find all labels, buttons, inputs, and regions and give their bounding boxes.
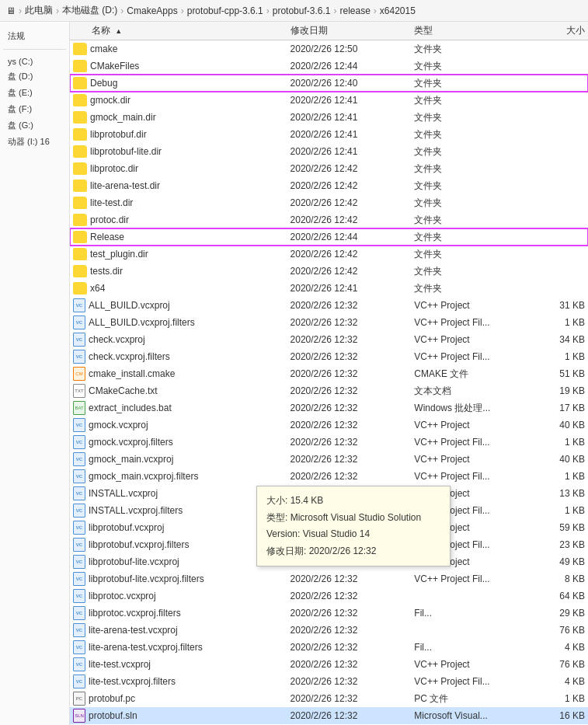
- file-name: lite-arena-test.vcxproj.filters: [89, 642, 203, 653]
- sidebar-drive-4[interactable]: 盘 (G:): [3, 117, 66, 134]
- table-row[interactable]: VClibprotoc.vcxproj2020/2/26 12:3264 KB: [70, 587, 588, 605]
- cell-type: 文件夹: [414, 180, 523, 193]
- cell-size: 16 KB: [523, 710, 585, 721]
- table-row[interactable]: CMakeFiles2020/2/26 12:44文件夹: [70, 58, 588, 75]
- table-row[interactable]: x642020/2/26 12:41文件夹: [70, 280, 588, 297]
- sidebar-drive-1[interactable]: 盘 (D:): [3, 68, 66, 85]
- file-name: gmock.vcxproj.filters: [89, 437, 173, 448]
- breadcrumb-item-5[interactable]: release: [339, 5, 370, 16]
- table-row[interactable]: lite-test.dir2020/2/26 12:42文件夹: [70, 194, 588, 211]
- table-row[interactable]: VCALL_BUILD.vcxproj.filters2020/2/26 12:…: [70, 314, 588, 331]
- cell-type: CMAKE 文件: [414, 368, 523, 381]
- sidebar-drive-5[interactable]: 动器 (I:) 16: [3, 134, 66, 150]
- sidebar-drive-2[interactable]: 盘 (E:): [3, 85, 66, 101]
- cell-name: cmake: [73, 43, 291, 55]
- breadcrumb-item-0[interactable]: 此电脑: [25, 4, 53, 17]
- vcxproj-file-icon: VC: [73, 674, 85, 688]
- table-row[interactable]: VCgmock.vcxproj.filters2020/2/26 12:32VC…: [70, 434, 588, 451]
- cell-name: VCgmock_main.vcxproj: [73, 452, 291, 466]
- table-row[interactable]: gmock.dir2020/2/26 12:41文件夹: [70, 92, 588, 109]
- file-name: libprotobuf.vcxproj: [89, 522, 164, 533]
- cell-date: 2020/2/26 12:32: [291, 625, 415, 636]
- cell-date: 2020/2/26 12:42: [291, 266, 415, 277]
- cell-size: 31 KB: [523, 300, 585, 311]
- table-row[interactable]: lite-arena-test.dir2020/2/26 12:42文件夹: [70, 177, 588, 194]
- file-name: check.vcxproj.filters: [89, 351, 170, 362]
- vcxproj-file-icon: VC: [73, 435, 85, 449]
- table-row[interactable]: gmock_main.dir2020/2/26 12:41文件夹: [70, 109, 588, 126]
- cell-type: 文本文档: [414, 385, 523, 398]
- folder-icon: [73, 214, 87, 226]
- folder-icon: [73, 265, 87, 277]
- sidebar-item-fagui[interactable]: 法规: [3, 28, 66, 44]
- col-header-date[interactable]: 修改日期: [291, 24, 415, 37]
- cell-date: 2020/2/26 12:32: [291, 573, 415, 584]
- sidebar-drive-3[interactable]: 盘 (F:): [3, 101, 66, 117]
- cell-size: 49 KB: [523, 556, 585, 567]
- table-row[interactable]: Release2020/2/26 12:44文件夹: [70, 228, 588, 246]
- cell-date: 2020/2/26 12:32: [291, 351, 415, 362]
- table-row[interactable]: VClite-test.vcxproj.filters2020/2/26 12:…: [70, 673, 588, 690]
- breadcrumb-item-3[interactable]: protobuf-cpp-3.6.1: [187, 5, 263, 16]
- table-row[interactable]: libprotoc.dir2020/2/26 12:42文件夹: [70, 160, 588, 177]
- sidebar-drive-0[interactable]: ys (C:): [3, 54, 66, 68]
- table-row[interactable]: VClite-arena-test.vcxproj2020/2/26 12:32…: [70, 622, 588, 639]
- vcxproj-file-icon: VC: [73, 298, 85, 312]
- vcxproj-file-icon: VC: [73, 538, 85, 552]
- column-header: 名称 ▲ 修改日期 类型 大小: [70, 22, 588, 40]
- breadcrumb-item-1[interactable]: 本地磁盘 (D:): [62, 4, 117, 17]
- table-row[interactable]: CMcmake_install.cmake2020/2/26 12:32CMAK…: [70, 365, 588, 382]
- cell-date: 2020/2/26 12:32: [291, 710, 415, 721]
- cell-name: lite-test.dir: [73, 197, 291, 209]
- cell-name: gmock_main.dir: [73, 111, 291, 124]
- cell-date: 2020/2/26 12:40: [291, 78, 415, 89]
- table-row[interactable]: SLNprotobuf.sln2020/2/26 12:32Microsoft …: [70, 707, 588, 724]
- cell-name: VCgmock.vcxproj: [73, 418, 291, 432]
- table-row[interactable]: TXTCMakeCache.txt2020/2/26 12:32文本文档19 K…: [70, 382, 588, 399]
- cell-type: VC++ Project: [414, 454, 523, 465]
- file-name: INSTALL.vcxproj: [89, 488, 158, 499]
- table-row[interactable]: BATextract_includes.bat2020/2/26 12:32Wi…: [70, 399, 588, 417]
- table-row[interactable]: VCgmock_main.vcxproj.filters2020/2/26 12…: [70, 468, 588, 485]
- file-tooltip: 大小: 15.4 KB 类型: Microsoft Visual Studio …: [256, 486, 451, 566]
- table-row[interactable]: libprotobuf-lite.dir2020/2/26 12:41文件夹: [70, 143, 588, 160]
- cell-date: 2020/2/26 12:32: [291, 368, 415, 379]
- table-row[interactable]: protoc.dir2020/2/26 12:42文件夹: [70, 211, 588, 228]
- cell-name: SLNprotobuf.sln: [73, 709, 291, 723]
- table-row[interactable]: VClite-arena-test.vcxproj.filters2020/2/…: [70, 639, 588, 656]
- breadcrumb-item-2[interactable]: CmakeApps: [127, 5, 177, 16]
- table-row[interactable]: VClite-test.vcxproj2020/2/26 12:32VC++ P…: [70, 656, 588, 673]
- table-row[interactable]: tests.dir2020/2/26 12:42文件夹: [70, 263, 588, 280]
- folder-icon: [73, 282, 87, 295]
- table-row[interactable]: libprotobuf.dir2020/2/26 12:41文件夹: [70, 126, 588, 143]
- table-row[interactable]: VClibprotobuf-lite.vcxproj.filters2020/2…: [70, 570, 588, 587]
- table-row[interactable]: VCgmock.vcxproj2020/2/26 12:32VC++ Proje…: [70, 417, 588, 434]
- cell-type: VC++ Project: [414, 420, 523, 430]
- folder-icon: [73, 145, 87, 158]
- table-row[interactable]: PCprotobuf.pc2020/2/26 12:32PC 文件1 KB: [70, 690, 588, 707]
- file-name: libprotobuf-lite.dir: [90, 146, 162, 157]
- sidebar-item-label: 法规: [8, 31, 25, 40]
- cell-name: VCcheck.vcxproj: [73, 333, 291, 347]
- breadcrumb-item-6[interactable]: x642015: [380, 5, 416, 16]
- table-row[interactable]: VCALL_BUILD.vcxproj2020/2/26 12:32VC++ P…: [70, 297, 588, 314]
- table-row[interactable]: Debug2020/2/26 12:40文件夹: [70, 75, 588, 92]
- file-name: tests.dir: [90, 266, 123, 277]
- table-row[interactable]: VCcheck.vcxproj2020/2/26 12:32VC++ Proje…: [70, 331, 588, 348]
- sidebar-drives: ys (C:)盘 (D:)盘 (E:)盘 (F:)盘 (G:)动器 (I:) 1…: [3, 54, 66, 150]
- folder-icon: [73, 180, 87, 192]
- cell-date: 2020/2/26 12:41: [291, 283, 415, 294]
- cell-size: 40 KB: [523, 454, 585, 465]
- table-row[interactable]: cmake2020/2/26 12:50文件夹: [70, 40, 588, 58]
- cell-size: 8 KB: [523, 573, 585, 584]
- table-row[interactable]: VCgmock_main.vcxproj2020/2/26 12:32VC++ …: [70, 451, 588, 468]
- col-header-size[interactable]: 大小: [523, 24, 585, 37]
- file-name: gmock.dir: [90, 95, 130, 106]
- col-header-type[interactable]: 类型: [414, 24, 523, 37]
- col-header-name[interactable]: 名称 ▲: [73, 24, 291, 37]
- breadcrumb-item-4[interactable]: protobuf-3.6.1: [273, 5, 331, 16]
- table-row[interactable]: VCcheck.vcxproj.filters2020/2/26 12:32VC…: [70, 348, 588, 365]
- table-row[interactable]: test_plugin.dir2020/2/26 12:42文件夹: [70, 246, 588, 263]
- cell-type: VC++ Project Fil...: [414, 676, 523, 687]
- table-row[interactable]: VClibprotoc.vcxproj.filters2020/2/26 12:…: [70, 605, 588, 622]
